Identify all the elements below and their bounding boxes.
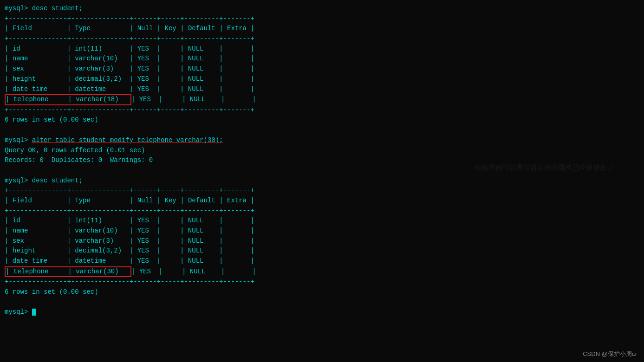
table-row-3-name: | name | varchar(10) | YES | | NULL | | bbox=[5, 226, 639, 236]
result-3: 6 rows in set (0.00 sec) bbox=[5, 287, 639, 297]
table-row-1-id: | id | int(11) | YES | | NULL | | bbox=[5, 44, 639, 54]
table-sep-mid-1: +---------------+---------------+------+… bbox=[5, 34, 639, 44]
table-row-1-sex: | sex | varchar(3) | YES | | NULL | | bbox=[5, 64, 639, 74]
result-1: 6 rows in set (0.00 sec) bbox=[5, 115, 639, 125]
prompt-line-2: mysql> alter table student modify teleph… bbox=[5, 136, 639, 146]
table-header-3: | Field | Type | Null | Key | Default | … bbox=[5, 196, 639, 206]
table-sep-mid-3: +---------------+---------------+------+… bbox=[5, 206, 639, 216]
table-row-1-telephone: | telephone | varchar(18) | YES | | NULL… bbox=[5, 94, 639, 105]
table-row-3-datetime: | date time | datetime | YES | | NULL | … bbox=[5, 256, 639, 266]
table-sep-top-3: +---------------+---------------+------+… bbox=[5, 186, 639, 196]
watermark: CSDN @保护小周ω bbox=[583, 350, 637, 358]
table-sep-bot-1: +---------------+---------------+------+… bbox=[5, 105, 639, 116]
final-prompt[interactable]: mysql> bbox=[5, 307, 639, 317]
prompt-line-3: mysql> desc student; bbox=[5, 176, 639, 186]
table-row-3-telephone: | telephone | varchar(30) | YES | | NULL… bbox=[5, 266, 639, 278]
section-2: mysql> alter table student modify teleph… bbox=[5, 136, 639, 166]
annotation-overlay: 根据用例可以看出该字段的属性已经被修改了 bbox=[475, 163, 614, 172]
table-sep-top-1: +---------------+---------------+------+… bbox=[5, 14, 639, 24]
prompt-line-1: mysql> desc student; bbox=[5, 4, 639, 14]
table-row-1-name: | name | varchar(10) | YES | | NULL | | bbox=[5, 54, 639, 64]
output-2-1: Query OK, 0 rows affected (0.01 sec) bbox=[5, 146, 639, 156]
terminal: mysql> desc student; +---------------+--… bbox=[0, 0, 644, 321]
table-sep-bot-3: +---------------+---------------+------+… bbox=[5, 277, 639, 287]
table-row-3-sex: | sex | varchar(3) | YES | | NULL | | bbox=[5, 236, 639, 246]
section-3: mysql> desc student; +---------------+--… bbox=[5, 176, 639, 297]
table-row-3-id: | id | int(11) | YES | | NULL | | bbox=[5, 216, 639, 226]
table-row-3-height: | height | decimal(3,2) | YES | | NULL |… bbox=[5, 246, 639, 256]
table-row-1-datetime: | date time | datetime | YES | | NULL | … bbox=[5, 84, 639, 95]
table-row-1-height: | height | decimal(3,2) | YES | | NULL |… bbox=[5, 74, 639, 84]
section-1: mysql> desc student; +---------------+--… bbox=[5, 4, 639, 125]
table-header-1: | Field | Type | Null | Key | Default | … bbox=[5, 24, 639, 34]
